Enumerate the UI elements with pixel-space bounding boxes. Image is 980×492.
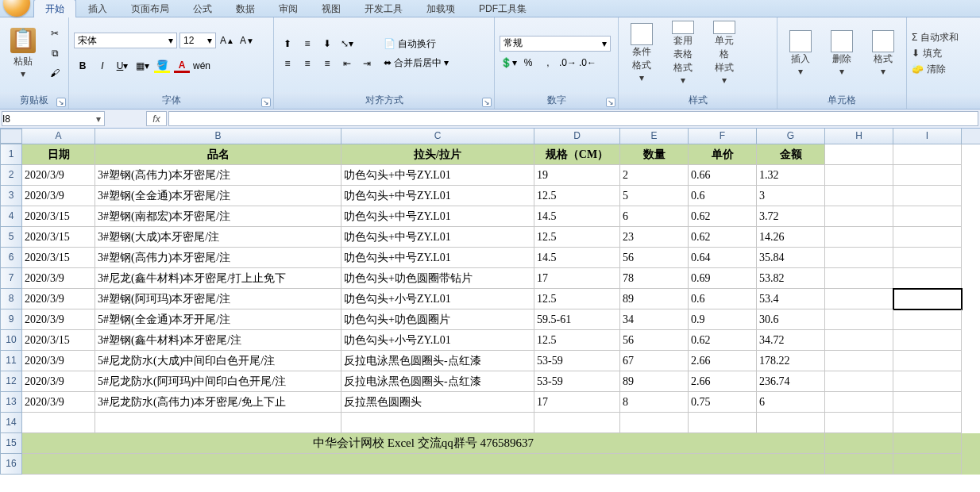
- cell[interactable]: 叻色勾头+小号ZY.L01: [341, 289, 534, 309]
- cell[interactable]: 反拉电泳黑色圆圈头-点红漆: [341, 371, 534, 392]
- cell[interactable]: 2020/3/9: [22, 268, 95, 289]
- column-header-G[interactable]: G: [757, 129, 825, 144]
- tab-4[interactable]: 数据: [224, 0, 267, 17]
- cell[interactable]: 2020/3/9: [22, 289, 95, 309]
- cell[interactable]: [22, 413, 95, 433]
- cell[interactable]: [893, 227, 962, 248]
- cell[interactable]: 0.6: [689, 289, 757, 309]
- cell[interactable]: [825, 144, 893, 165]
- format-as-table-button[interactable]: 套用 表格格式▾: [663, 19, 703, 87]
- cell[interactable]: 12.5: [534, 227, 620, 248]
- row-header-9[interactable]: 9: [0, 309, 22, 330]
- cell[interactable]: [22, 454, 825, 475]
- cell[interactable]: 34.72: [757, 330, 825, 351]
- cell[interactable]: 56: [620, 330, 689, 351]
- number-format-select[interactable]: 常规▾: [500, 36, 611, 52]
- fx-icon[interactable]: fx: [146, 111, 167, 126]
- cell[interactable]: 0.64: [689, 248, 757, 268]
- row-header-8[interactable]: 8: [0, 289, 22, 309]
- cell[interactable]: [825, 289, 893, 309]
- cell[interactable]: 1.32: [757, 165, 825, 186]
- cell[interactable]: [893, 206, 962, 227]
- phonetic-button[interactable]: wén: [193, 57, 210, 75]
- cell[interactable]: 78: [620, 268, 689, 289]
- cell[interactable]: 3#塑钢(大成)本牙密尾/注: [95, 227, 341, 248]
- cell[interactable]: 数量: [620, 144, 689, 165]
- row-header-4[interactable]: 4: [0, 206, 22, 227]
- fill-button[interactable]: ⬇填充: [912, 47, 959, 60]
- cell[interactable]: 0.62: [689, 330, 757, 351]
- cell[interactable]: 反拉电泳黑色圆圈头-点红漆: [341, 351, 534, 371]
- cell[interactable]: 30.6: [757, 309, 825, 330]
- cell[interactable]: [825, 351, 893, 371]
- align-bottom-button[interactable]: ⬇: [318, 35, 336, 52]
- cell[interactable]: 0.75: [689, 392, 757, 413]
- currency-button[interactable]: 💲▾: [500, 54, 517, 71]
- cell[interactable]: 5#尼龙防水(阿珂玛)中间印白色开尾/注: [95, 371, 341, 392]
- cell[interactable]: 2020/3/15: [22, 227, 95, 248]
- cell[interactable]: [825, 413, 893, 433]
- align-left-button[interactable]: ≡: [279, 55, 296, 72]
- cell[interactable]: 单价: [689, 144, 757, 165]
- copy-button[interactable]: ⧉: [46, 44, 64, 62]
- cell[interactable]: [95, 413, 341, 433]
- align-right-button[interactable]: ≡: [318, 55, 336, 72]
- format-painter-button[interactable]: 🖌: [46, 64, 64, 82]
- row-header-1[interactable]: 1: [0, 144, 22, 165]
- cell[interactable]: [893, 413, 962, 433]
- cell[interactable]: [757, 413, 825, 433]
- fill-color-button[interactable]: 🪣: [153, 57, 171, 75]
- cell[interactable]: 14.26: [757, 227, 825, 248]
- cell[interactable]: 叻色勾头+叻色圆圈带钻片: [341, 268, 534, 289]
- cell[interactable]: 53.4: [757, 289, 825, 309]
- column-header-B[interactable]: B: [95, 129, 341, 144]
- underline-button[interactable]: U▾: [114, 57, 131, 75]
- cell[interactable]: 规格（CM）: [534, 144, 620, 165]
- row-header-15[interactable]: 15: [0, 433, 22, 454]
- cell[interactable]: 2020/3/9: [22, 392, 95, 413]
- cell[interactable]: [893, 309, 962, 330]
- cell[interactable]: 日期: [22, 144, 95, 165]
- column-header-C[interactable]: C: [341, 129, 534, 144]
- border-button[interactable]: ▦▾: [133, 57, 151, 75]
- cell[interactable]: 2.66: [689, 351, 757, 371]
- dialog-launcher-icon[interactable]: ↘: [261, 98, 271, 107]
- cell[interactable]: 19: [534, 165, 620, 186]
- tab-3[interactable]: 公式: [181, 0, 224, 17]
- cell[interactable]: [825, 330, 893, 351]
- cell[interactable]: [825, 227, 893, 248]
- cell[interactable]: 叻色勾头+叻色圆圈片: [341, 309, 534, 330]
- cell[interactable]: 5#尼龙防水(大成)中间印白色开尾/注: [95, 351, 341, 371]
- cell[interactable]: 8: [620, 392, 689, 413]
- select-all-corner[interactable]: [0, 129, 22, 144]
- row-header-10[interactable]: 10: [0, 330, 22, 351]
- row-header-6[interactable]: 6: [0, 248, 22, 268]
- cell[interactable]: 53-59: [534, 371, 620, 392]
- font-size-select[interactable]: 12▾: [179, 33, 216, 48]
- tab-6[interactable]: 视图: [310, 0, 353, 17]
- cell[interactable]: 叻色勾头+中号ZY.L01: [341, 206, 534, 227]
- cell[interactable]: 3#尼龙(鑫牛材料)本牙密尾/打上止免下: [95, 268, 341, 289]
- cell[interactable]: [825, 309, 893, 330]
- cell[interactable]: 2020/3/9: [22, 371, 95, 392]
- wrap-text-button[interactable]: 📄 自动换行: [380, 36, 452, 52]
- format-cells-button[interactable]: 格式▾: [863, 19, 903, 87]
- row-header-7[interactable]: 7: [0, 268, 22, 289]
- clear-button[interactable]: 🧽清除: [912, 63, 959, 76]
- cell[interactable]: 236.74: [757, 371, 825, 392]
- cell[interactable]: 3#塑钢(鑫牛材料)本牙密尾/注: [95, 330, 341, 351]
- cell[interactable]: 6: [757, 392, 825, 413]
- comma-button[interactable]: ,: [539, 54, 557, 71]
- cell[interactable]: 2020/3/15: [22, 330, 95, 351]
- cell[interactable]: 89: [620, 371, 689, 392]
- decrease-indent-button[interactable]: ⇤: [338, 55, 356, 72]
- cell[interactable]: 3.72: [757, 206, 825, 227]
- row-header-2[interactable]: 2: [0, 165, 22, 186]
- increase-indent-button[interactable]: ⇥: [358, 55, 376, 72]
- cell[interactable]: 56: [620, 248, 689, 268]
- cell[interactable]: 5#塑钢(全金通)本牙开尾/注: [95, 309, 341, 330]
- cut-button[interactable]: ✂: [46, 25, 64, 42]
- cell[interactable]: 89: [620, 289, 689, 309]
- column-header-A[interactable]: A: [22, 129, 95, 144]
- cell[interactable]: [825, 206, 893, 227]
